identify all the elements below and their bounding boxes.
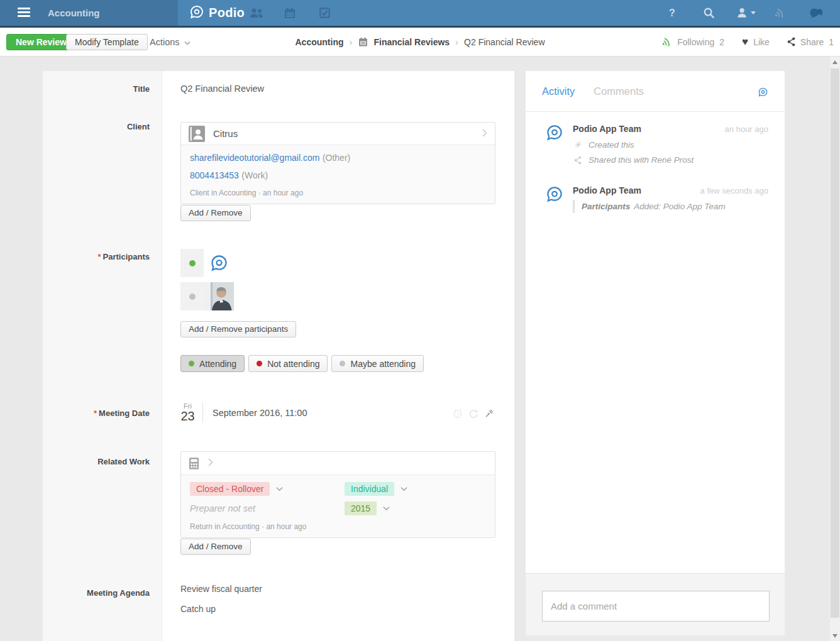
return-year-dropdown[interactable]: 2015 bbox=[345, 501, 486, 515]
activity-stream-icon[interactable] bbox=[775, 0, 786, 26]
client-add-remove-button[interactable]: Add / Remove bbox=[180, 205, 251, 221]
comment-input[interactable] bbox=[542, 591, 770, 622]
contact-card-icon bbox=[189, 126, 205, 142]
share-count: 1 bbox=[829, 37, 834, 47]
client-email-link[interactable]: sharefilevideotutorial@gmail.com bbox=[190, 153, 319, 163]
chevron-down-icon bbox=[383, 506, 390, 511]
meeting-day: 23 bbox=[180, 410, 195, 423]
changed-field-name: Participants bbox=[582, 202, 630, 211]
activity-timestamp: an hour ago bbox=[725, 124, 768, 134]
podio-brand-text: Podio bbox=[209, 6, 245, 20]
client-meta: Client in Accounting · an hour ago bbox=[190, 189, 486, 197]
comment-section bbox=[526, 573, 785, 635]
field-change-detail: Added: Podio App Team bbox=[634, 202, 725, 211]
podio-home-link[interactable]: Podio bbox=[190, 0, 245, 26]
reminder-alarm-icon[interactable] bbox=[453, 408, 463, 419]
item-social-actions: Following 2 ♥ Like Share 1 bbox=[662, 28, 834, 56]
related-work-card-details: Closed - Rollover Individual Preparer no… bbox=[181, 474, 495, 537]
hamburger-menu-icon[interactable] bbox=[18, 8, 30, 19]
tasks-icon[interactable] bbox=[319, 0, 330, 26]
chevron-right-icon bbox=[482, 128, 487, 140]
date-field-tools bbox=[453, 408, 494, 419]
calendar-icon[interactable] bbox=[284, 0, 296, 26]
tab-comments[interactable]: Comments bbox=[594, 85, 644, 97]
account-caret-icon bbox=[751, 11, 756, 14]
like-button[interactable]: ♥ Like bbox=[742, 36, 770, 48]
participant-row[interactable] bbox=[180, 249, 234, 277]
breadcrumb: Accounting › Financial Reviews › Q2 Fina… bbox=[296, 28, 545, 56]
related-work-add-remove-button[interactable]: Add / Remove bbox=[180, 539, 251, 555]
activity-author[interactable]: Podio App Team bbox=[573, 124, 641, 134]
title-field-label: Title bbox=[43, 84, 150, 94]
related-work-card-header[interactable] bbox=[181, 452, 495, 474]
return-status-dropdown[interactable]: Closed - Rollover bbox=[190, 482, 345, 496]
share-icon bbox=[573, 156, 582, 165]
return-status-pill: Closed - Rollover bbox=[190, 482, 270, 496]
podio-item-page: Accounting Podio ? bbox=[0, 0, 840, 641]
page-scrollbar[interactable] bbox=[830, 57, 840, 641]
client-email-type: (Other) bbox=[323, 153, 350, 163]
activity-author[interactable]: Podio App Team bbox=[573, 185, 641, 195]
attending-dot-icon bbox=[189, 361, 194, 366]
scrollbar-up-arrow[interactable] bbox=[830, 57, 840, 67]
actions-menu-button[interactable]: Actions bbox=[150, 34, 191, 50]
tab-activity[interactable]: Activity bbox=[542, 85, 575, 97]
attending-dot-icon bbox=[189, 260, 196, 266]
activity-entry: Podio App Team a few seconds ago Partici… bbox=[546, 185, 768, 213]
help-icon[interactable]: ? bbox=[669, 0, 675, 26]
client-phone-link[interactable]: 8004413453 bbox=[190, 170, 239, 180]
client-card-header[interactable]: Citrus bbox=[181, 123, 495, 145]
breadcrumb-separator-icon: › bbox=[455, 36, 458, 47]
account-menu-icon[interactable] bbox=[737, 0, 756, 26]
participants-add-remove-button[interactable]: Add / Remove participants bbox=[180, 321, 296, 337]
chevron-right-icon bbox=[208, 457, 213, 469]
breadcrumb-workspace[interactable]: Accounting bbox=[296, 37, 344, 47]
maybe-dot-icon bbox=[189, 293, 196, 300]
chevron-down-icon bbox=[401, 486, 407, 491]
scrollbar-down-arrow[interactable] bbox=[830, 630, 840, 641]
search-icon[interactable] bbox=[703, 0, 715, 26]
activity-field-change: ParticipantsAdded: Podio App Team bbox=[573, 200, 768, 213]
podio-app-team-avatar[interactable] bbox=[546, 186, 563, 205]
field-label-column bbox=[43, 71, 162, 641]
return-type-pill: Individual bbox=[345, 482, 394, 496]
share-button[interactable]: Share 1 bbox=[787, 37, 834, 47]
breadcrumb-app[interactable]: Financial Reviews bbox=[374, 37, 450, 47]
not-attending-dot-icon bbox=[257, 361, 262, 366]
participant-avatar-photo[interactable] bbox=[204, 282, 234, 310]
workspace-name[interactable]: Accounting bbox=[48, 8, 100, 18]
related-work-reference-card: Closed - Rollover Individual Preparer no… bbox=[180, 451, 495, 538]
client-name: Citrus bbox=[213, 128, 238, 139]
following-button[interactable]: Following 2 bbox=[662, 37, 724, 47]
client-card-details: sharefilevideotutorial@gmail.com (Other)… bbox=[181, 145, 495, 204]
following-rss-icon bbox=[662, 37, 672, 47]
required-marker: * bbox=[94, 408, 97, 418]
scrollbar-thumb[interactable] bbox=[831, 68, 839, 618]
maybe-attending-filter-button[interactable]: Maybe attending bbox=[331, 355, 424, 372]
return-type-dropdown[interactable]: Individual bbox=[345, 482, 486, 496]
activity-action-created: ✳ Created this bbox=[573, 140, 768, 150]
client-field-label: Client bbox=[43, 122, 150, 131]
meeting-agenda-field-label: Meeting Agenda bbox=[43, 588, 150, 598]
workspace-switcher[interactable]: Accounting bbox=[0, 0, 178, 26]
attending-filter-button[interactable]: Attending bbox=[180, 355, 245, 372]
meeting-datetime-text: September 2016, 11:00 bbox=[213, 408, 307, 418]
podio-app-team-avatar[interactable] bbox=[546, 124, 563, 143]
contacts-icon[interactable] bbox=[249, 0, 264, 26]
recurrence-icon[interactable] bbox=[468, 408, 478, 419]
pin-icon[interactable] bbox=[484, 408, 494, 419]
participant-avatar-podio-app-team[interactable] bbox=[204, 249, 234, 277]
client-reference-card: Citrus sharefilevideotutorial@gmail.com … bbox=[180, 122, 495, 204]
podio-pin-icon bbox=[758, 87, 768, 99]
related-work-meta: Return in Accounting · an hour ago bbox=[190, 522, 486, 531]
created-spark-icon: ✳ bbox=[573, 140, 582, 150]
participants-field-label: *Participants bbox=[43, 252, 150, 261]
share-icon bbox=[787, 37, 795, 47]
chat-icon[interactable] bbox=[809, 0, 824, 26]
not-attending-filter-button[interactable]: Not attending bbox=[248, 355, 328, 372]
item-action-bar: New Review Modify Template Actions Accou… bbox=[0, 28, 840, 57]
modify-template-button[interactable]: Modify Template bbox=[66, 34, 148, 50]
return-year-pill: 2015 bbox=[345, 501, 377, 515]
chevron-down-icon bbox=[184, 37, 191, 47]
participant-row[interactable] bbox=[180, 282, 234, 310]
